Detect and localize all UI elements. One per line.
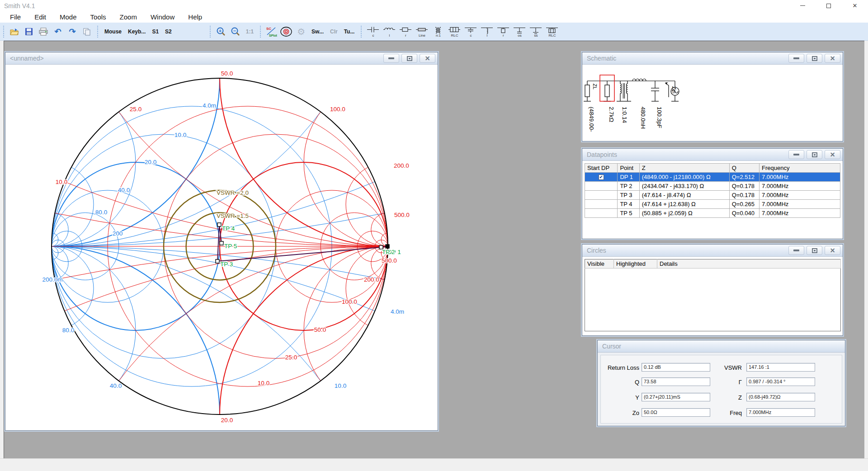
column-header-q[interactable]: Q (729, 164, 759, 173)
circles-window-titlebar[interactable]: Circles ✕ (582, 245, 843, 257)
settings-button[interactable]: ⚙ (295, 25, 307, 38)
shunt-capacitor-button[interactable]: c (462, 24, 479, 39)
column-header-frequency[interactable]: Frequency (760, 164, 840, 173)
cursor-value-z[interactable]: (0.68-j49.72)Ω (746, 393, 815, 401)
column-header-highlighted[interactable]: Highlighted (614, 259, 657, 268)
svg-text:10.0: 10.0 (56, 179, 67, 185)
close-button[interactable]: ✕ (825, 150, 840, 159)
zoom-1to1-button[interactable]: 1:1 (243, 28, 257, 35)
datapoint-row-dp1[interactable]: ✔DP 1(4849.000 - j12180.000) ΩQ=2.5127.0… (585, 173, 840, 182)
shunt-inductor-button[interactable]: l (479, 24, 495, 39)
cursor-window-titlebar[interactable]: Cursor (598, 340, 845, 353)
minimize-button[interactable] (383, 54, 399, 63)
menu-item-tools[interactable]: Tools (84, 13, 113, 21)
component-value-shunt-resistor: 2.7kΩ (608, 107, 615, 122)
start-dp-checkbox[interactable]: ✔ (599, 174, 604, 180)
toolbar: ↶↷MouseKeyb...S1S2+−1:1SCSPlot⚙Sw...ClrT… (0, 23, 868, 41)
schematic-canvas[interactable]: ZLZin(4849.00-2.7kΩ1:0.14480.0nH100.3pF (582, 65, 843, 141)
shorted-stub-icon (529, 26, 542, 34)
tu-button[interactable]: Tu... (341, 28, 358, 35)
datapoints-window-titlebar[interactable]: Datapoints ✕ (582, 149, 843, 161)
circles-tool-button[interactable] (280, 25, 292, 38)
close-button[interactable]: ✕ (825, 246, 840, 255)
cursor-value-[interactable]: 0.987 / -90.314 ° (746, 377, 815, 386)
series-inductor-label: l (389, 34, 390, 38)
datapoint-row-tp4[interactable]: TP 4(47.614 + j12.638) ΩQ=0.2657.000MHz (585, 200, 840, 209)
series-rlc-button[interactable]: RLC (446, 24, 462, 39)
cursor-window-title: Cursor (602, 343, 621, 350)
minimize-button[interactable] (788, 150, 804, 159)
maximize-button[interactable] (807, 54, 822, 63)
app-close-button[interactable]: ✕ (842, 0, 868, 11)
column-header-details[interactable]: Details (657, 259, 841, 268)
minimize-button[interactable] (788, 54, 804, 63)
close-button[interactable]: ✕ (825, 54, 840, 63)
s2-button[interactable]: S2 (162, 28, 175, 35)
clr-button[interactable]: Clr (327, 28, 341, 35)
datapoint-row-tp5[interactable]: TP 5(50.885 + j2.059) ΩQ=0.0407.000MHz (585, 209, 840, 218)
menu-item-mode[interactable]: Mode (53, 13, 84, 21)
redo-icon: ↷ (69, 28, 75, 36)
series-capacitor-button[interactable]: c (365, 24, 381, 39)
datapoint-row-tp2[interactable]: TP 2(2434.047 - j433.170) ΩQ=0.1787.000M… (585, 182, 840, 191)
shunt-resistor-button[interactable]: r (495, 24, 511, 39)
open-stub-button[interactable]: os (511, 24, 528, 39)
s1-button[interactable]: S1 (149, 28, 162, 35)
transformer-icon (431, 26, 445, 34)
shunt-resistor-label: r (503, 34, 504, 38)
zoom-in-button[interactable]: + (215, 25, 227, 38)
column-header-point[interactable]: Point (618, 164, 639, 173)
menu-bar: FileEditModeToolsZoomWindowHelp (0, 11, 868, 23)
maximize-button[interactable] (807, 150, 822, 159)
column-header-start-dp[interactable]: Start DP (585, 164, 618, 173)
open-button[interactable] (9, 25, 20, 38)
transformer-button[interactable]: n:1 (430, 24, 446, 39)
menu-item-window[interactable]: Window (144, 13, 181, 21)
zoom-out-button[interactable]: − (230, 25, 241, 38)
undo-button[interactable]: ↶ (52, 25, 64, 38)
shunt-inductor-label: l (487, 34, 488, 38)
cell-z: (4849.000 - j12180.000) Ω (639, 173, 729, 182)
svg-text:SPlot: SPlot (269, 34, 277, 37)
cursor-readout-area: Return Loss0.12 dBQ73.58Y(0.27+j20.11)mS… (598, 353, 845, 426)
cell-freq: 7.000MHz (760, 173, 840, 182)
cursor-value-vswr[interactable]: 147.16 :1 (746, 363, 815, 372)
sc-splot-button[interactable]: SCSPlot (265, 25, 277, 38)
column-header-visible[interactable]: Visible (585, 259, 614, 268)
menu-item-help[interactable]: Help (181, 13, 209, 21)
redo-button[interactable]: ↷ (66, 25, 78, 38)
sw-button[interactable]: Sw... (308, 28, 327, 35)
chart-window-titlebar[interactable]: <unnamed> ✕ (5, 52, 438, 65)
mouse-button[interactable]: Mouse (101, 28, 125, 35)
circles-empty-body (585, 268, 841, 331)
smith-chart-canvas[interactable]: 50.025.0100.0200.010.0500.0500.0200.0100… (5, 65, 438, 430)
cursor-label-right-0: VSWR (724, 364, 742, 371)
schematic-svg: ZLZin(4849.00-2.7kΩ1:0.14480.0nH100.3pF (582, 65, 843, 141)
toolbar-separator (361, 26, 362, 38)
menu-item-edit[interactable]: Edit (28, 13, 53, 21)
minimize-button[interactable] (788, 246, 804, 255)
keyb-button[interactable]: Keyb... (125, 28, 149, 35)
svg-text:25.0: 25.0 (285, 354, 297, 361)
menu-item-zoom[interactable]: Zoom (113, 13, 144, 21)
close-button[interactable]: ✕ (420, 54, 435, 63)
schematic-window-titlebar[interactable]: Schematic ✕ (582, 52, 843, 65)
app-maximize-button[interactable] (816, 0, 842, 11)
copy-button[interactable] (81, 25, 93, 38)
series-resistor-label: r (405, 34, 406, 38)
save-button[interactable] (23, 25, 35, 38)
maximize-button[interactable] (807, 246, 822, 255)
shunt-rlc-button[interactable]: RLC (544, 24, 560, 39)
menu-item-file[interactable]: File (3, 13, 28, 21)
series-resistor-button[interactable]: r (397, 24, 414, 39)
column-header-z[interactable]: Z (639, 164, 729, 173)
shorted-stub-button[interactable]: ss (528, 24, 544, 39)
maximize-button[interactable] (401, 54, 417, 63)
series-inductor-button[interactable]: l (381, 24, 397, 39)
line-button[interactable]: Line (414, 24, 430, 39)
app-minimize-button[interactable] (789, 0, 816, 11)
cursor-value-freq[interactable]: 7.000MHz (746, 408, 815, 417)
datapoint-row-tp3[interactable]: TP 3(47.614 - j8.474) ΩQ=0.1787.000MHz (585, 191, 840, 200)
datapoint-label-tp2: TP 2 (382, 249, 395, 255)
print-button[interactable] (38, 25, 49, 38)
